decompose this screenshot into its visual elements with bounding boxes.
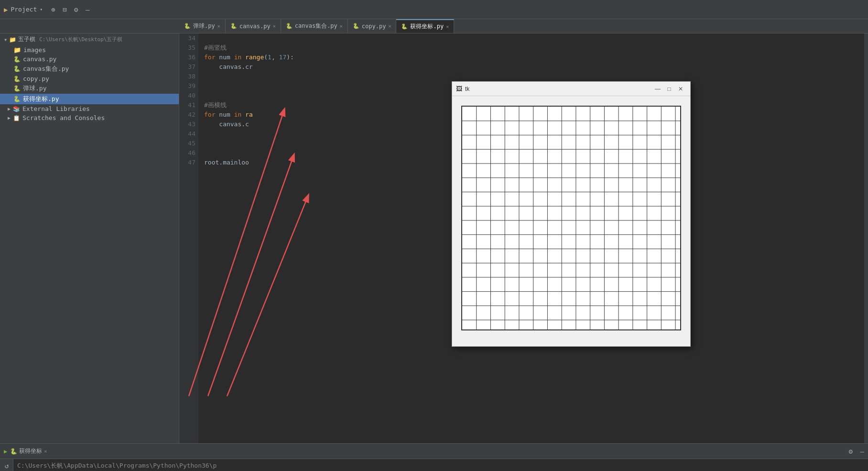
scratches-icon: ▶ [8, 115, 11, 120]
py-icon-5: 🐍 [13, 96, 21, 102]
run-controls: ↺ ↓ ■ ⏸ ⇌ 🖨 🗑 📌 [0, 459, 13, 471]
minimize-icon[interactable]: — [83, 5, 92, 14]
tk-titlebar: 🖼 tk — □ ✕ [452, 82, 690, 96]
py-icon-3: 🐍 [13, 76, 21, 82]
tk-window: 🖼 tk — □ ✕ [452, 81, 691, 347]
line-numbers: 34 35 36 37 38 39 40 41 42 43 44 45 46 4… [179, 33, 198, 443]
project-name: 五子棋 [18, 35, 35, 44]
run-panel: ▶ 🐍 获得坐标 ✕ ⚙ — ↺ ↓ ■ ⏸ ⇌ 🖨 🗑 📌 C:\Users\… [0, 443, 868, 471]
tk-title: tk [465, 86, 652, 92]
file-tabs: 🐍 弹球.py ✕ 🐍 canvas.py ✕ 🐍 canvas集合.py ✕ … [0, 19, 868, 33]
tab-close-copy[interactable]: ✕ [388, 23, 391, 29]
py-file-icon-4: 🐍 [353, 23, 359, 29]
tab-close-canvas[interactable]: ✕ [273, 23, 276, 29]
py-file-icon: 🐍 [184, 23, 191, 29]
tab-canvas集合[interactable]: 🐍 canvas集合.py ✕ [281, 19, 348, 33]
sidebar-item-scratches[interactable]: ▶ 📋 Scratches and Consoles [0, 113, 179, 122]
run-body: ↺ ↓ ■ ⏸ ⇌ 🖨 🗑 📌 C:\Users\长帆\AppData\Loca… [0, 459, 868, 471]
chevron-down-icon-project: ▾ [4, 36, 7, 43]
tk-icon: 🖼 [456, 85, 462, 92]
run-tab-icon: 🐍 [10, 448, 17, 455]
settings-icon-run[interactable]: ⚙ [848, 448, 852, 455]
minimize-run-icon[interactable]: — [860, 448, 864, 455]
sidebar-item-获得坐标-py[interactable]: 🐍 获得坐标.py [0, 94, 179, 104]
sidebar-item-images[interactable]: 📁 images [0, 45, 179, 55]
grid-svg [462, 107, 680, 329]
py-icon: 🐍 [13, 56, 21, 63]
run-tab-close[interactable]: ✕ [44, 449, 47, 454]
project-icon: ▶ [4, 6, 8, 13]
project-folder-icon: 📁 [9, 36, 16, 43]
code-line-34 [204, 33, 858, 43]
main-layout: ▾ 📁 五子棋 C:\Users\长帆\Desktop\五子棋 📁 images… [0, 33, 868, 443]
tab-close-获得坐标[interactable]: ✕ [446, 24, 449, 29]
sidebar-item-canvas-py[interactable]: 🐍 canvas.py [0, 55, 179, 64]
scratches-folder-icon: 📋 [13, 115, 20, 121]
add-files-icon[interactable]: ⊕ [48, 5, 58, 14]
project-path: C:\Users\长帆\Desktop\五子棋 [39, 36, 122, 43]
py-icon-4: 🐍 [13, 85, 21, 92]
tk-minimize-button[interactable]: — [652, 84, 663, 94]
chevron-right-icon: ▶ [8, 106, 11, 111]
tab-close-弹球[interactable]: ✕ [217, 23, 220, 29]
sidebar-item-弹球-py[interactable]: 🐍 弹球.py [0, 83, 179, 94]
tab-close-canvas集合[interactable]: ✕ [340, 23, 343, 29]
sidebar-header: ▾ 📁 五子棋 C:\Users\长帆\Desktop\五子棋 [0, 33, 179, 45]
sidebar-item-canvas集合-py[interactable]: 🐍 canvas集合.py [0, 64, 179, 74]
run-path-line: C:\Users\长帆\AppData\Local\Programs\Pytho… [17, 461, 864, 471]
top-bar: ▶ Project ▾ ⊕ ⊟ ⚙ — [0, 0, 868, 19]
settings-icon[interactable]: ⚙ [71, 5, 81, 14]
tk-close-button[interactable]: ✕ [675, 84, 686, 94]
tab-copy[interactable]: 🐍 copy.py ✕ [348, 19, 397, 33]
tab-获得坐标[interactable]: 🐍 获得坐标.py ✕ [396, 19, 454, 33]
code-line-35: #画竖线 [204, 43, 858, 53]
editor-scrollbar[interactable] [864, 33, 868, 443]
tk-canvas [461, 106, 681, 330]
lib-icon: 📚 [13, 106, 20, 112]
py-file-icon-2: 🐍 [230, 23, 237, 29]
sidebar-item-copy-py[interactable]: 🐍 copy.py [0, 74, 179, 83]
run-panel-header: ▶ 🐍 获得坐标 ✕ ⚙ — [0, 444, 868, 459]
code-line-38 [204, 72, 858, 81]
code-line-36: for num in range(1, 17): [204, 53, 858, 62]
run-tab-获得坐标[interactable]: 🐍 获得坐标 ✕ [10, 447, 47, 455]
run-output: C:\Users\长帆\AppData\Local\Programs\Pytho… [13, 459, 868, 471]
tab-canvas[interactable]: 🐍 canvas.py ✕ [226, 19, 281, 33]
rerun-button[interactable]: ↺ [2, 461, 11, 471]
code-line-37: canvas.cr [204, 62, 858, 72]
sidebar-item-external-libraries[interactable]: ▶ 📚 External Libraries [0, 104, 179, 113]
layout-icon[interactable]: ⊟ [60, 5, 69, 14]
tk-maximize-button[interactable]: □ [663, 84, 675, 94]
py-file-icon-3: 🐍 [286, 23, 293, 29]
project-label: Project [11, 6, 37, 13]
chevron-down-icon: ▾ [40, 7, 43, 12]
py-file-icon-5: 🐍 [401, 23, 408, 30]
py-icon-2: 🐍 [13, 66, 21, 72]
sidebar: ▾ 📁 五子棋 C:\Users\长帆\Desktop\五子棋 📁 images… [0, 33, 179, 443]
folder-icon: 📁 [13, 46, 21, 54]
run-icon-small: ▶ [4, 448, 7, 455]
tab-弹球[interactable]: 🐍 弹球.py ✕ [179, 19, 226, 33]
editor-area: 34 35 36 37 38 39 40 41 42 43 44 45 46 4… [179, 33, 868, 443]
